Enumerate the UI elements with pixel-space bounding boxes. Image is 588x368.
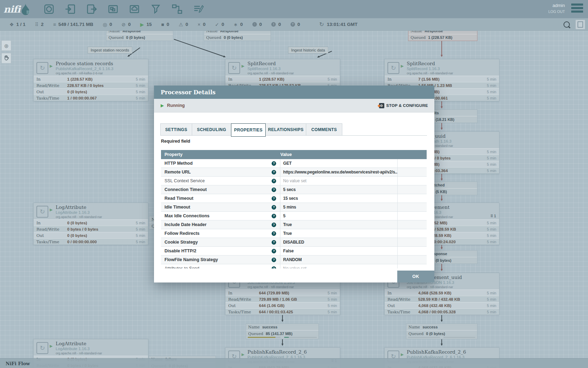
- help-icon[interactable]: ?: [272, 196, 276, 201]
- stat-window: 5 min: [487, 150, 496, 154]
- dialog-status-bar: ▶ Running ⚙ STOP & CONFIGURE: [154, 99, 434, 113]
- processor-stats: In4,068 (528.59 KB)5 minRead/Write528.59…: [385, 289, 499, 315]
- stop-and-configure-button[interactable]: ⚙ STOP & CONFIGURE: [379, 103, 428, 108]
- up-to-date-icon: ✓: [215, 22, 219, 27]
- processor-icon[interactable]: [43, 3, 55, 15]
- stat-row: Out0 (0 bytes)5 min: [34, 88, 148, 95]
- tab-properties[interactable]: PROPERTIES: [231, 123, 266, 137]
- tab-scheduling[interactable]: SCHEDULING: [192, 123, 231, 136]
- stopped-icon: ■: [161, 22, 164, 27]
- connection-label[interactable]: NamesuccessQueued0 (0 bytes): [406, 323, 477, 339]
- canvas-label[interactable]: Ingest station records: [88, 47, 132, 54]
- help-icon[interactable]: ?: [272, 223, 276, 227]
- logout-link[interactable]: LOG OUT: [548, 9, 565, 14]
- disabled-icon: ×: [197, 22, 200, 27]
- property-value-cell[interactable]: 15 secs: [280, 194, 398, 203]
- property-value-cell[interactable]: 5: [280, 212, 398, 220]
- label-icon[interactable]: [192, 3, 205, 15]
- stat-window: 5 min: [136, 77, 145, 81]
- help-icon[interactable]: ?: [272, 170, 276, 175]
- navigate-palette-button[interactable]: ◎: [1, 40, 11, 51]
- help-icon[interactable]: ?: [272, 179, 276, 183]
- help-icon[interactable]: ?: [272, 249, 276, 253]
- app-header: nifi admin LOG OUT: [0, 0, 588, 18]
- template-icon[interactable]: [171, 3, 183, 15]
- running-icon: ▶: [401, 64, 404, 68]
- ok-button[interactable]: OK: [397, 271, 434, 282]
- property-value-cell[interactable]: RANDOM: [280, 255, 398, 264]
- help-icon[interactable]: ?: [272, 205, 276, 210]
- connection-label[interactable]: NamesuccessQueued85 (141.37 MB): [246, 323, 319, 339]
- property-name-cell: Max Idle Connections?: [161, 212, 280, 220]
- property-value-cell[interactable]: False: [280, 247, 398, 255]
- stat-row: Tasks/Time0 / 00:00:00.0005 min: [34, 238, 148, 245]
- invalid-count: 0: [186, 22, 188, 27]
- help-icon[interactable]: ?: [272, 214, 276, 218]
- property-value-cell[interactable]: True: [280, 229, 398, 238]
- connection-name: success: [422, 325, 438, 329]
- help-icon[interactable]: ?: [272, 188, 276, 192]
- output-port-icon[interactable]: [85, 3, 98, 15]
- tab-comments[interactable]: COMMENTS: [306, 123, 342, 136]
- global-menu-icon[interactable]: [571, 4, 583, 14]
- property-value-cell[interactable]: 5 mins: [280, 203, 398, 211]
- running-icon: ▶: [50, 64, 52, 68]
- property-value-cell[interactable]: No value set: [280, 177, 398, 185]
- stale-status: ↑0: [252, 22, 262, 27]
- process-group-icon[interactable]: [107, 3, 119, 15]
- help-icon[interactable]: ?: [272, 231, 276, 236]
- property-name: Read Timeout: [164, 196, 193, 201]
- property-name: Follow Redirects: [164, 231, 200, 236]
- panel-toggle-button[interactable]: [575, 20, 585, 29]
- refresh-icon[interactable]: ↻: [319, 22, 324, 27]
- property-value-cell[interactable]: True: [280, 220, 398, 229]
- property-name: FlowFile Naming Strategy: [164, 257, 218, 262]
- connection-name-label: Name: [408, 325, 420, 329]
- stat-label: Read/Write: [228, 297, 259, 302]
- funnel-icon[interactable]: [149, 3, 162, 15]
- help-icon[interactable]: ?: [272, 258, 276, 262]
- stat-window: 5 min: [487, 90, 496, 94]
- property-row: Connection Timeout?5 secs: [161, 185, 427, 194]
- remote-process-group-icon[interactable]: [128, 3, 141, 15]
- help-icon[interactable]: ?: [272, 266, 276, 269]
- canvas-label[interactable]: Ingest historic data: [288, 47, 328, 54]
- stat-value: 729.89 MB / 1.06 GB: [259, 297, 328, 301]
- property-value-cell[interactable]: 5 secs: [280, 185, 398, 194]
- backpressure-bar: [284, 337, 317, 338]
- stat-value: 1 / 00:00:00.067: [67, 96, 136, 100]
- processor-type-icon: ↻: [387, 62, 399, 74]
- input-port-icon[interactable]: [64, 3, 77, 15]
- connection-queued-label: Queued: [248, 332, 263, 336]
- queued-count: 549 / 141.71 MB: [58, 22, 93, 27]
- refresh-block[interactable]: ↻ 13:01:41 GMT: [319, 22, 357, 27]
- processor-produce-station-records[interactable]: ↻▶Produce station recordsPublishKafkaRec…: [33, 59, 148, 101]
- cluster-icon: ❖: [9, 22, 14, 27]
- property-value-cell[interactable]: GET: [280, 159, 398, 168]
- operate-palette-button[interactable]: [1, 53, 11, 63]
- help-icon[interactable]: ?: [272, 240, 276, 245]
- tab-relationships[interactable]: RELATIONSHIPS: [265, 123, 306, 136]
- property-value-cell[interactable]: https://www.pegelonline.wsv.de/webservic…: [280, 168, 398, 176]
- processor-bundle: org.apache.nifi - nifi-standard-nar: [407, 285, 462, 289]
- stat-window: 5 min: [487, 77, 496, 81]
- property-name-cell: Idle Timeout?: [161, 203, 280, 211]
- property-value-cell[interactable]: No value set: [280, 264, 398, 268]
- search-icon[interactable]: [564, 21, 570, 28]
- tab-settings[interactable]: SETTINGS: [160, 123, 192, 136]
- stat-window: 5 min: [487, 310, 496, 314]
- processor-logattribute[interactable]: ↻▶LogAttributeLogAttribute 1.16.3org.apa…: [33, 203, 148, 245]
- help-icon[interactable]: ?: [272, 161, 276, 166]
- stale-count: 0: [259, 22, 262, 27]
- stat-row: Read/Write528.59 KB / 432.48 KB5 min: [385, 296, 499, 302]
- property-row: SSL Context Service?No value set: [161, 177, 427, 185]
- cluster-status: ❖1 / 1: [9, 22, 26, 27]
- sync-failure-status: ?0: [290, 22, 300, 27]
- stat-window: 5 min: [487, 233, 496, 238]
- required-field-note: Required field: [161, 139, 190, 144]
- property-value-cell[interactable]: DISABLED: [280, 238, 398, 246]
- stat-window: 5 min: [487, 297, 496, 301]
- breadcrumb[interactable]: NiFi Flow: [6, 361, 30, 366]
- property-value: False: [283, 248, 294, 253]
- stat-label: Read/Write: [36, 227, 67, 232]
